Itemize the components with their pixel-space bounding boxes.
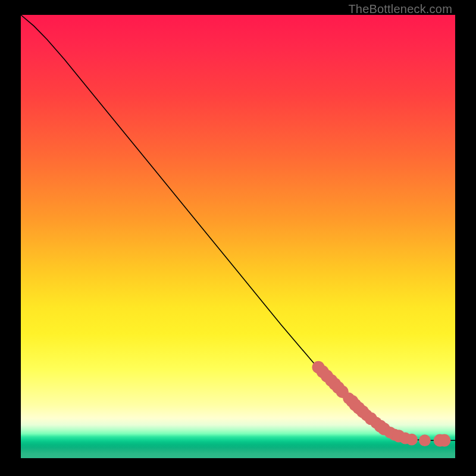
data-point [438,434,450,447]
data-point [419,434,431,446]
data-point [406,434,418,446]
plot-area [21,15,455,458]
chart-svg [21,15,455,458]
data-points [312,361,451,447]
chart-frame: TheBottleneck.com [0,0,476,476]
watermark-text: TheBottleneck.com [348,2,452,16]
bottleneck-curve [21,15,455,440]
